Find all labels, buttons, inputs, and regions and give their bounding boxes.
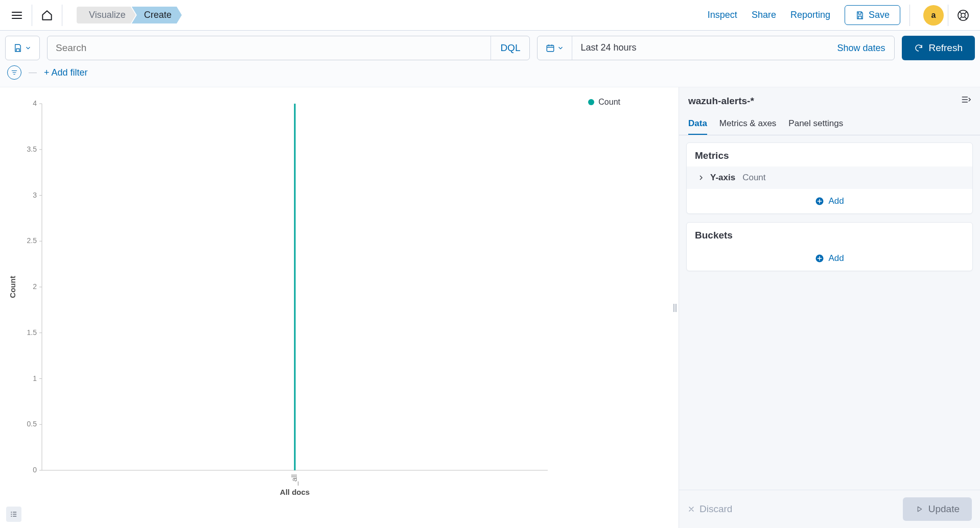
date-quick-button[interactable] bbox=[538, 36, 572, 60]
calendar-icon bbox=[546, 43, 555, 53]
svg-point-27 bbox=[11, 512, 12, 513]
close-icon bbox=[687, 505, 695, 513]
add-metric-button[interactable]: Add bbox=[687, 189, 972, 213]
filter-bar: — + Add filter bbox=[0, 60, 980, 87]
home-icon bbox=[40, 9, 54, 22]
svg-point-1 bbox=[961, 13, 965, 17]
svg-text:1: 1 bbox=[33, 374, 37, 382]
buckets-title: Buckets bbox=[687, 223, 972, 246]
nav-divider bbox=[948, 5, 948, 26]
save-label: Save bbox=[869, 10, 890, 20]
svg-rect-2 bbox=[547, 45, 554, 52]
legend[interactable]: Count bbox=[588, 98, 620, 107]
panel-footer: Discard Update bbox=[679, 490, 980, 528]
breadcrumb-create[interactable]: Create bbox=[132, 7, 182, 23]
plus-circle-icon bbox=[815, 197, 824, 206]
metric-label: Y-axis bbox=[710, 173, 735, 183]
hamburger-icon bbox=[11, 9, 23, 21]
config-panel: wazuh-alerts-* Data Metrics & axes Panel… bbox=[679, 87, 980, 528]
plus-circle-icon bbox=[815, 254, 824, 263]
panel-collapse-button[interactable] bbox=[961, 94, 971, 107]
svg-text:2.5: 2.5 bbox=[27, 236, 37, 245]
nav-divider bbox=[62, 5, 62, 26]
show-dates-link[interactable]: Show dates bbox=[828, 36, 894, 60]
chevron-down-icon bbox=[557, 44, 564, 52]
panel-header: wazuh-alerts-* bbox=[679, 87, 980, 114]
search-input[interactable] bbox=[48, 36, 491, 60]
update-label: Update bbox=[928, 503, 960, 515]
legend-swatch bbox=[588, 99, 594, 105]
save-icon bbox=[855, 11, 865, 20]
play-icon bbox=[915, 505, 923, 513]
legend-label: Count bbox=[598, 98, 620, 107]
list-icon bbox=[10, 510, 18, 518]
share-link[interactable]: Share bbox=[752, 10, 776, 20]
time-range-display[interactable]: Last 24 hours bbox=[572, 36, 828, 60]
svg-text:_all: _all bbox=[290, 474, 298, 486]
query-bar: DQL Last 24 hours Show dates Refresh bbox=[0, 31, 980, 60]
discard-label: Discard bbox=[699, 503, 732, 515]
discard-button[interactable]: Discard bbox=[687, 503, 732, 515]
save-button[interactable]: Save bbox=[845, 5, 900, 25]
svg-text:3: 3 bbox=[33, 191, 37, 199]
help-button[interactable] bbox=[952, 5, 974, 26]
panel-body: Metrics Y-axis Count Add Buckets Add bbox=[679, 135, 980, 490]
svg-text:All docs: All docs bbox=[280, 488, 310, 496]
svg-text:2: 2 bbox=[33, 282, 37, 291]
nav-links: Inspect Share Reporting Save bbox=[708, 5, 900, 25]
dql-toggle[interactable]: DQL bbox=[491, 36, 529, 60]
svg-text:4: 4 bbox=[33, 99, 37, 107]
refresh-button[interactable]: Refresh bbox=[902, 36, 975, 60]
panel-tabs: Data Metrics & axes Panel settings bbox=[679, 114, 980, 135]
svg-point-28 bbox=[11, 514, 12, 515]
update-button[interactable]: Update bbox=[903, 497, 972, 521]
breadcrumbs: Visualize Create bbox=[77, 7, 178, 23]
tab-data[interactable]: Data bbox=[688, 114, 707, 135]
search-box: DQL bbox=[47, 36, 530, 60]
svg-rect-24 bbox=[294, 104, 296, 470]
chevron-right-icon bbox=[697, 174, 705, 182]
add-filter-link[interactable]: + Add filter bbox=[44, 67, 88, 78]
svg-text:3.5: 3.5 bbox=[27, 145, 37, 153]
date-picker: Last 24 hours Show dates bbox=[537, 36, 895, 60]
svg-point-29 bbox=[11, 516, 12, 517]
index-pattern-label: wazuh-alerts-* bbox=[688, 95, 754, 107]
add-bucket-label: Add bbox=[828, 253, 844, 263]
tab-metrics-axes[interactable]: Metrics & axes bbox=[719, 114, 776, 135]
svg-text:1.5: 1.5 bbox=[27, 328, 37, 337]
svg-text:Count: Count bbox=[8, 276, 17, 298]
menu-button[interactable] bbox=[6, 5, 28, 26]
top-nav: Visualize Create Inspect Share Reporting… bbox=[0, 0, 980, 31]
workspace: Count 00.511.522.533.54Count_allAll docs… bbox=[0, 87, 980, 528]
add-bucket-button[interactable]: Add bbox=[687, 246, 972, 271]
nav-divider bbox=[32, 5, 32, 26]
avatar[interactable]: a bbox=[923, 5, 944, 26]
add-metric-label: Add bbox=[828, 196, 844, 206]
home-button[interactable] bbox=[36, 5, 58, 26]
lifebuoy-icon bbox=[957, 9, 969, 21]
legend-toggle-button[interactable] bbox=[6, 507, 21, 522]
tab-panel-settings[interactable]: Panel settings bbox=[788, 114, 843, 135]
chart-pane: Count 00.511.522.533.54Count_allAll docs bbox=[0, 87, 671, 528]
menu-right-icon bbox=[961, 94, 971, 105]
chevron-down-icon bbox=[25, 44, 32, 52]
reporting-link[interactable]: Reporting bbox=[790, 10, 830, 20]
breadcrumb-visualize[interactable]: Visualize bbox=[77, 7, 136, 23]
metrics-card: Metrics Y-axis Count Add bbox=[686, 142, 973, 214]
buckets-card: Buckets Add bbox=[686, 222, 973, 271]
svg-text:0: 0 bbox=[33, 466, 37, 474]
nav-divider bbox=[909, 5, 910, 26]
metrics-title: Metrics bbox=[687, 143, 972, 166]
svg-text:0.5: 0.5 bbox=[27, 420, 37, 428]
filter-separator: — bbox=[29, 68, 37, 77]
refresh-icon bbox=[914, 43, 923, 53]
saved-queries-button[interactable] bbox=[5, 36, 40, 60]
filter-options-button[interactable] bbox=[7, 65, 21, 80]
inspect-link[interactable]: Inspect bbox=[708, 10, 737, 20]
disk-icon bbox=[13, 43, 22, 53]
metric-row-yaxis[interactable]: Y-axis Count bbox=[687, 166, 972, 189]
drag-handle-icon bbox=[673, 302, 677, 314]
metric-value: Count bbox=[742, 173, 765, 183]
refresh-label: Refresh bbox=[928, 42, 963, 54]
panel-resize-handle[interactable] bbox=[671, 87, 679, 528]
